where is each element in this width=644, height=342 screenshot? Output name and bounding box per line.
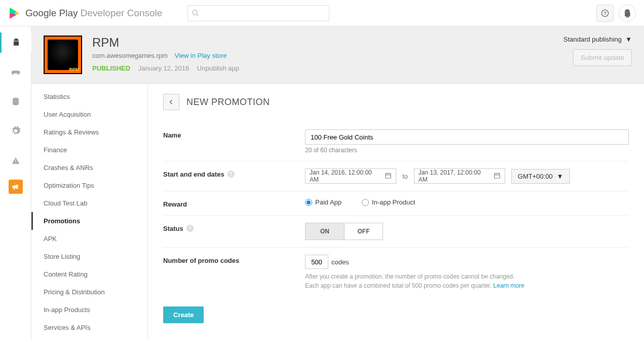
label-promo-codes: Number of promo codes <box>163 255 305 290</box>
database-icon <box>11 96 21 107</box>
create-button[interactable]: Create <box>163 306 204 323</box>
help-icon[interactable]: ? <box>228 170 235 178</box>
help-icon: ? <box>601 9 609 17</box>
svg-rect-4 <box>14 42 19 46</box>
account-button[interactable] <box>619 5 636 22</box>
learn-more-link[interactable]: Learn more <box>494 282 524 289</box>
label-dates: Start and end dates? <box>163 168 305 184</box>
app-status-line: PUBLISHED January 12, 2016 Unpublish app <box>92 64 553 72</box>
radio-indicator <box>362 199 369 206</box>
sidebar-item-pricing-distribution[interactable]: Pricing & Distribution <box>31 283 147 301</box>
rail-apps[interactable] <box>0 32 31 53</box>
search-input[interactable] <box>187 5 329 21</box>
app-title: RPM <box>92 36 553 50</box>
sidebar-item-apk[interactable]: APK <box>31 230 147 248</box>
warning-icon <box>11 155 21 165</box>
sidebar-item-statistics[interactable]: Statistics <box>31 88 147 106</box>
content: StatisticsUser AcquisitionRatings & Revi… <box>31 84 644 340</box>
main: RPM RPM com.awesomegames.rpm View in Pla… <box>31 26 644 340</box>
search-icon <box>192 9 200 19</box>
top-bar: Google Play Developer Console ? <box>0 0 644 26</box>
app-header: RPM RPM com.awesomegames.rpm View in Pla… <box>31 26 644 84</box>
promo-codes-note: After you create a promotion, the number… <box>305 272 629 290</box>
svg-point-6 <box>17 40 18 40</box>
sidebar-item-in-app-products[interactable]: In-app Products <box>31 301 147 319</box>
panel-title: NEW PROMOTION <box>186 97 270 108</box>
row-status: Status? ON OFF <box>163 216 629 248</box>
calendar-icon <box>494 172 501 181</box>
back-button[interactable] <box>163 94 179 110</box>
megaphone-icon <box>11 182 20 191</box>
sidebar-item-promotions[interactable]: Promotions <box>31 212 147 230</box>
rail-settings[interactable] <box>0 121 31 141</box>
app-icon: RPM <box>44 36 82 74</box>
view-store-link[interactable]: View in Play store <box>174 52 226 59</box>
rail-reports[interactable] <box>0 91 31 112</box>
codes-suffix: codes <box>331 258 349 266</box>
brand-text: Google Play Developer Console <box>25 8 162 19</box>
row-promo-codes: Number of promo codes codes After you cr… <box>163 248 629 297</box>
submit-update-button[interactable]: Submit update <box>573 49 632 66</box>
sidebar-item-optimization-tips[interactable]: Optimization Tips <box>31 177 147 194</box>
svg-point-5 <box>15 40 15 40</box>
timezone-dropdown[interactable]: GMT+00:00▼ <box>511 169 570 184</box>
publish-date: January 12, 2016 <box>138 64 189 72</box>
sidebar-item-content-rating[interactable]: Content Rating <box>31 265 147 283</box>
rail-announcements[interactable] <box>9 180 23 194</box>
chevron-left-icon <box>168 99 174 105</box>
unpublish-link[interactable]: Unpublish app <box>197 64 239 72</box>
sidebar-item-cloud-test-lab[interactable]: Cloud Test Lab <box>31 194 147 212</box>
name-input[interactable] <box>305 129 629 145</box>
gamepad-icon <box>10 66 21 78</box>
rail-games[interactable] <box>0 62 31 82</box>
left-rail <box>0 26 31 340</box>
top-bar-right: ? <box>596 5 636 22</box>
search-wrap <box>187 5 329 21</box>
sidebar: StatisticsUser AcquisitionRatings & Revi… <box>31 84 148 340</box>
toggle-on[interactable]: ON <box>306 223 344 240</box>
help-button[interactable]: ? <box>596 5 614 22</box>
svg-rect-12 <box>495 173 500 178</box>
android-icon <box>623 9 632 18</box>
end-date-input[interactable]: Jan 13, 2017, 12:00:00 AM <box>414 168 505 184</box>
shell: RPM RPM com.awesomegames.rpm View in Pla… <box>0 26 644 340</box>
status-badge: PUBLISHED <box>92 64 130 72</box>
row-dates: Start and end dates? Jan 14, 2016, 12:00… <box>163 161 629 191</box>
svg-rect-8 <box>386 173 391 178</box>
promo-codes-input[interactable] <box>305 255 328 269</box>
svg-line-1 <box>197 14 198 16</box>
gear-icon <box>11 126 21 136</box>
play-triangle-icon <box>8 7 21 20</box>
label-status: Status? <box>163 223 305 240</box>
label-name: Name <box>163 129 305 154</box>
sidebar-item-crashes-anrs[interactable]: Crashes & ANRs <box>31 159 147 177</box>
sidebar-item-services-apis[interactable]: Services & APIs <box>31 319 147 336</box>
panel-header: NEW PROMOTION <box>163 94 629 110</box>
rail-alerts[interactable] <box>0 150 31 170</box>
char-counter: 20 of 60 characters <box>305 147 629 154</box>
calendar-icon <box>385 172 392 181</box>
app-package: com.awesomegames.rpm <box>92 52 168 59</box>
radio-paid-app[interactable]: Paid App <box>305 198 342 206</box>
sidebar-item-user-acquisition[interactable]: User Acquisition <box>31 106 147 123</box>
android-icon <box>11 38 21 48</box>
sidebar-item-finance[interactable]: Finance <box>31 141 147 159</box>
sidebar-item-ratings-reviews[interactable]: Ratings & Reviews <box>31 123 147 141</box>
toggle-off[interactable]: OFF <box>344 223 383 240</box>
row-name: Name 20 of 60 characters <box>163 122 629 161</box>
chevron-down-icon: ▼ <box>557 173 563 180</box>
help-icon[interactable]: ? <box>186 225 194 232</box>
svg-point-0 <box>193 10 197 15</box>
sidebar-item-store-listing[interactable]: Store Listing <box>31 248 147 265</box>
panel: NEW PROMOTION Name 20 of 60 characters S… <box>148 84 644 340</box>
app-pkg-line: com.awesomegames.rpm View in Play store <box>92 52 553 59</box>
radio-in-app-product[interactable]: In-app Product <box>362 198 415 206</box>
publishing-mode-dropdown[interactable]: Standard publishing ▼ <box>563 36 632 43</box>
row-reward: Reward Paid App In-app Product <box>163 191 629 216</box>
play-logo[interactable]: Google Play Developer Console <box>8 7 162 20</box>
start-date-input[interactable]: Jan 14, 2016, 12:00:00 AM <box>305 168 396 184</box>
label-reward: Reward <box>163 198 305 208</box>
header-right: Standard publishing ▼ Submit update <box>563 36 632 74</box>
date-separator: to <box>402 173 408 180</box>
app-meta: RPM com.awesomegames.rpm View in Play st… <box>92 36 553 74</box>
